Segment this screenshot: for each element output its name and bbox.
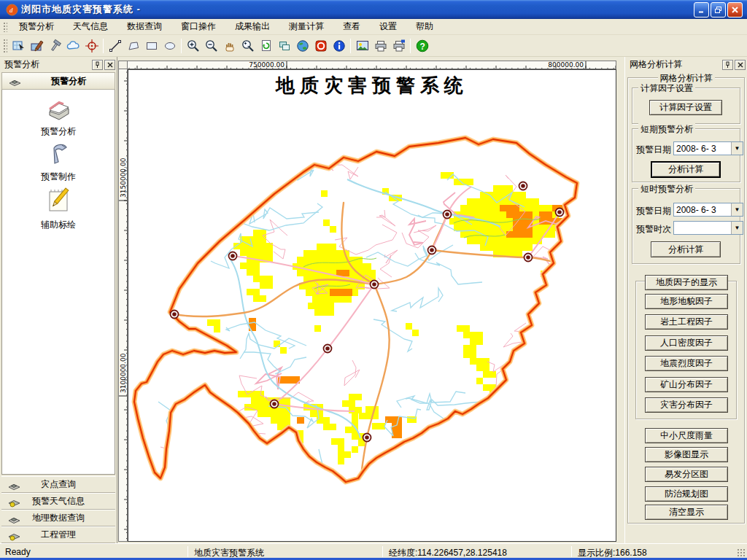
zoom-extent-icon[interactable] — [239, 37, 256, 54]
copy-view-icon[interactable] — [276, 37, 293, 54]
extra-button-3[interactable]: 防治规划图 — [645, 486, 728, 502]
factor-button-0[interactable]: 地质因子的显示 — [645, 275, 728, 290]
draw-line-icon[interactable] — [107, 37, 123, 54]
map-canvas[interactable]: 地质灾害预警系统 — [128, 69, 616, 542]
combo-value — [674, 222, 731, 234]
edit-map-icon[interactable] — [28, 37, 45, 54]
help-icon[interactable]: ? — [414, 37, 430, 54]
close-icon — [738, 62, 743, 68]
sidebar-item-label: 预警制作 — [2, 171, 115, 183]
restore-icon — [714, 6, 722, 14]
sidebar-item-project-management[interactable]: 工程管理 — [1, 526, 115, 543]
stop-icon[interactable] — [312, 37, 329, 54]
menu-grip[interactable] — [2, 21, 7, 32]
svg-text:3100000.00: 3100000.00 — [120, 353, 127, 393]
factor-button-4[interactable]: 地震烈度因子 — [645, 356, 728, 371]
draw-rectangle-icon[interactable] — [143, 37, 160, 54]
pin-button[interactable] — [722, 60, 733, 70]
menu-item-5[interactable]: 测量计算 — [279, 19, 333, 34]
status-ready: Ready — [0, 545, 187, 558]
factor-button-6[interactable]: 灾害分布因子 — [645, 397, 728, 413]
refresh-view-icon[interactable] — [258, 37, 274, 54]
left-panel-close-button[interactable] — [104, 60, 115, 70]
factor-button-1[interactable]: 地形地貌因子 — [645, 294, 728, 309]
short-term-date-label: 预警日期 — [636, 144, 671, 156]
notepad-pencil-icon — [42, 184, 74, 215]
extra-button-2[interactable]: 易发分区图 — [645, 467, 728, 482]
svg-text:d: d — [9, 7, 13, 14]
sidebar-item-warning-weather-info[interactable]: 预警天气信息 — [1, 493, 115, 510]
zoom-in-icon[interactable] — [185, 37, 201, 54]
hammer-tool-icon[interactable] — [47, 37, 63, 54]
sidebar-item-warning-production[interactable]: 预警制作 — [2, 141, 115, 183]
minimize-button[interactable] — [694, 2, 709, 18]
chevron-down-icon[interactable]: ▼ — [731, 222, 743, 234]
image-export-icon[interactable] — [354, 37, 371, 54]
status-divider — [382, 546, 383, 557]
left-panel-header-label: 预警分析 — [23, 75, 115, 88]
map-document: 750000.00800000.00 3150000.003100000.00 — [117, 57, 624, 543]
left-panel-header[interactable]: 预警分析 — [1, 72, 115, 90]
sidebar-item-geographic-data-query[interactable]: 地理数据查询 — [1, 510, 115, 526]
chevron-down-icon[interactable]: ▼ — [731, 203, 743, 216]
left-panel-content: 预警分析 预警制作 辅助标绘 — [1, 90, 115, 475]
menu-item-1[interactable]: 天气信息 — [63, 19, 117, 34]
minimize-icon — [697, 6, 705, 14]
menu-item-8[interactable]: 帮助 — [406, 19, 443, 34]
extra-button-1[interactable]: 影像图显示 — [645, 447, 728, 462]
short-term-date-combo[interactable]: 2008- 6- 3 ▼ — [673, 141, 743, 155]
select-map-icon[interactable] — [10, 37, 27, 54]
print-setup-icon[interactable] — [390, 37, 407, 54]
factor-button-3[interactable]: 人口密度因子 — [645, 335, 728, 351]
menu-item-2[interactable]: 数据查询 — [117, 19, 171, 34]
groupbox-legend: 短期预警分析 — [638, 123, 695, 136]
status-coordinates: 经纬度:114.226457,28.125418 — [384, 545, 570, 558]
menu-item-7[interactable]: 设置 — [370, 19, 406, 34]
left-panel-titlebar: 预警分析 — [1, 58, 115, 71]
locate-crosshair-icon[interactable] — [83, 37, 100, 54]
pan-hand-icon[interactable] — [221, 37, 238, 54]
scanner-icon — [7, 479, 22, 491]
nowcast-time-combo[interactable]: ▼ — [673, 221, 743, 235]
left-ruler: 3150000.003100000.00 — [118, 69, 128, 542]
menu-item-3[interactable]: 窗口操作 — [171, 19, 225, 34]
info-icon[interactable] — [330, 37, 347, 54]
sidebar-item-disaster-point-query[interactable]: 灾点查询 — [1, 476, 115, 493]
sidebar-item-warning-analysis[interactable]: 预警分析 — [2, 97, 115, 138]
draw-ellipse-icon[interactable] — [161, 37, 178, 54]
factor-button-2[interactable]: 岩土工程因子 — [645, 314, 728, 330]
draw-polygon-icon[interactable] — [125, 37, 142, 54]
nowcast-date-combo[interactable]: 2008- 6- 3 ▼ — [673, 203, 743, 217]
zoom-out-icon[interactable] — [203, 37, 220, 54]
right-panel-title: 网格分析计算 — [627, 58, 682, 71]
nowcast-analyze-button[interactable]: 分析计算 — [651, 241, 721, 257]
toolbar-separator — [350, 39, 351, 53]
close-button[interactable] — [727, 2, 743, 18]
extra-button-0[interactable]: 中小尺度雨量 — [645, 428, 728, 443]
print-icon[interactable] — [372, 37, 389, 54]
close-icon — [107, 62, 113, 68]
right-panel-close-button[interactable] — [735, 60, 746, 70]
nowcast-date-label: 预警日期 — [636, 205, 671, 217]
top-ruler: 750000.00800000.00 — [128, 61, 616, 69]
cloud-tool-icon[interactable] — [65, 37, 82, 54]
extra-button-4[interactable]: 清空显示 — [645, 505, 728, 520]
menu-item-4[interactable]: 成果输出 — [225, 19, 279, 34]
short-term-analyze-button[interactable]: 分析计算 — [651, 161, 721, 178]
factor-setting-button[interactable]: 计算因子设置 — [649, 100, 722, 115]
toolbar-grip[interactable] — [2, 38, 7, 52]
chevron-down-icon[interactable]: ▼ — [731, 142, 743, 155]
sidebar-item-auxiliary-plotting[interactable]: 辅助标绘 — [2, 184, 115, 231]
toolbar: ? — [0, 35, 747, 57]
restore-button[interactable] — [711, 2, 726, 18]
sidebar-item-label: 辅助标绘 — [2, 219, 115, 231]
map-drawing: 地质灾害预警系统 — [128, 70, 616, 541]
menu-item-6[interactable]: 查看 — [333, 19, 370, 34]
svg-text:?: ? — [419, 41, 425, 51]
resize-grip[interactable] — [737, 548, 746, 558]
window-titlebar: d 浏阳市地质灾害预警系统 - — [0, 0, 747, 19]
globe-icon[interactable] — [294, 37, 311, 54]
pin-button[interactable] — [92, 60, 103, 70]
factor-button-5[interactable]: 矿山分布因子 — [645, 377, 728, 392]
menu-item-0[interactable]: 预警分析 — [9, 19, 63, 34]
